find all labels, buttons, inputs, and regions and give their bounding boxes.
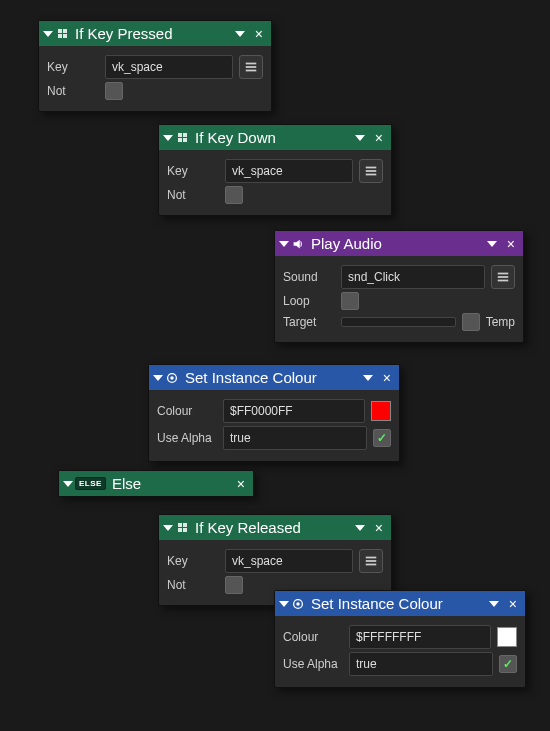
collapse-icon[interactable] bbox=[63, 481, 73, 487]
close-icon[interactable]: × bbox=[235, 477, 247, 491]
use-alpha-checkbox[interactable] bbox=[499, 655, 517, 673]
svg-rect-6 bbox=[498, 273, 509, 275]
key-picker-button[interactable] bbox=[359, 549, 383, 573]
field-label: Key bbox=[47, 60, 99, 74]
key-picker-button[interactable] bbox=[359, 159, 383, 183]
use-alpha-input[interactable]: true bbox=[223, 426, 367, 450]
field-label: Colour bbox=[157, 404, 217, 418]
node-menu-dropdown-icon[interactable] bbox=[355, 525, 365, 531]
key-picker-button[interactable] bbox=[239, 55, 263, 79]
svg-rect-7 bbox=[498, 276, 509, 278]
node-body: Colour $FFFFFFFF Use Alpha true bbox=[275, 616, 525, 687]
node-header[interactable]: If Key Released × bbox=[159, 515, 391, 540]
close-icon[interactable]: × bbox=[381, 371, 393, 385]
field-label: Temp bbox=[486, 315, 515, 329]
node-title: Set Instance Colour bbox=[183, 369, 355, 386]
node-title: Set Instance Colour bbox=[309, 595, 481, 612]
field-label: Not bbox=[47, 84, 99, 98]
temp-checkbox[interactable] bbox=[462, 313, 480, 331]
node-title: Else bbox=[110, 475, 231, 492]
key-input[interactable]: vk_space bbox=[105, 55, 233, 79]
close-icon[interactable]: × bbox=[505, 237, 517, 251]
sound-picker-button[interactable] bbox=[491, 265, 515, 289]
collapse-icon[interactable] bbox=[163, 135, 173, 141]
node-body: Key vk_space Not bbox=[159, 150, 391, 215]
collapse-icon[interactable] bbox=[43, 31, 53, 37]
svg-rect-13 bbox=[366, 564, 377, 566]
collapse-icon[interactable] bbox=[153, 375, 163, 381]
list-icon bbox=[364, 554, 378, 568]
node-body: Key vk_space Not bbox=[39, 46, 271, 111]
svg-rect-8 bbox=[498, 280, 509, 282]
node-title: If Key Down bbox=[193, 129, 347, 146]
list-icon bbox=[496, 270, 510, 284]
sound-input[interactable]: snd_Click bbox=[341, 265, 485, 289]
field-label: Key bbox=[167, 554, 219, 568]
colour-input[interactable]: $FFFFFFFF bbox=[349, 625, 491, 649]
node-header[interactable]: ELSE Else × bbox=[59, 471, 253, 496]
not-checkbox[interactable] bbox=[225, 576, 243, 594]
not-checkbox[interactable] bbox=[105, 82, 123, 100]
node-menu-dropdown-icon[interactable] bbox=[235, 31, 245, 37]
svg-rect-4 bbox=[366, 170, 377, 172]
node-title: If Key Pressed bbox=[73, 25, 227, 42]
field-label: Use Alpha bbox=[157, 431, 217, 445]
node-body: Colour $FF0000FF Use Alpha true bbox=[149, 390, 399, 461]
collapse-icon[interactable] bbox=[163, 525, 173, 531]
svg-rect-2 bbox=[246, 70, 257, 72]
node-if-key-down[interactable]: If Key Down × Key vk_space Not bbox=[158, 124, 392, 216]
field-label: Colour bbox=[283, 630, 343, 644]
collapse-icon[interactable] bbox=[279, 601, 289, 607]
node-title: If Key Released bbox=[193, 519, 347, 536]
loop-checkbox[interactable] bbox=[341, 292, 359, 310]
not-checkbox[interactable] bbox=[225, 186, 243, 204]
node-set-instance-colour[interactable]: Set Instance Colour × Colour $FFFFFFFF U… bbox=[274, 590, 526, 688]
svg-rect-0 bbox=[246, 63, 257, 65]
colour-swatch[interactable] bbox=[497, 627, 517, 647]
field-label: Use Alpha bbox=[283, 657, 343, 671]
field-label: Not bbox=[167, 578, 219, 592]
node-menu-dropdown-icon[interactable] bbox=[355, 135, 365, 141]
node-set-instance-colour[interactable]: Set Instance Colour × Colour $FF0000FF U… bbox=[148, 364, 400, 462]
node-header[interactable]: Play Audio × bbox=[275, 231, 523, 256]
node-header[interactable]: If Key Down × bbox=[159, 125, 391, 150]
svg-rect-3 bbox=[366, 167, 377, 169]
node-title: Play Audio bbox=[309, 235, 479, 252]
node-menu-dropdown-icon[interactable] bbox=[363, 375, 373, 381]
field-label: Key bbox=[167, 164, 219, 178]
node-menu-dropdown-icon[interactable] bbox=[487, 241, 497, 247]
svg-rect-5 bbox=[366, 174, 377, 176]
collapse-icon[interactable] bbox=[279, 241, 289, 247]
key-down-icon bbox=[175, 131, 189, 145]
node-if-key-pressed[interactable]: If Key Pressed × Key vk_space Not bbox=[38, 20, 272, 112]
colour-swatch[interactable] bbox=[371, 401, 391, 421]
instance-icon bbox=[165, 371, 179, 385]
field-label: Not bbox=[167, 188, 219, 202]
close-icon[interactable]: × bbox=[373, 521, 385, 535]
node-menu-dropdown-icon[interactable] bbox=[489, 601, 499, 607]
field-label: Target bbox=[283, 315, 335, 329]
key-pressed-icon bbox=[55, 27, 69, 41]
node-body: Sound snd_Click Loop Target Temp bbox=[275, 256, 523, 342]
svg-rect-11 bbox=[366, 557, 377, 559]
colour-input[interactable]: $FF0000FF bbox=[223, 399, 365, 423]
node-else[interactable]: ELSE Else × bbox=[58, 470, 254, 497]
key-released-icon bbox=[175, 521, 189, 535]
close-icon[interactable]: × bbox=[253, 27, 265, 41]
field-label: Loop bbox=[283, 294, 335, 308]
list-icon bbox=[244, 60, 258, 74]
key-input[interactable]: vk_space bbox=[225, 549, 353, 573]
svg-rect-1 bbox=[246, 66, 257, 68]
key-input[interactable]: vk_space bbox=[225, 159, 353, 183]
node-header[interactable]: Set Instance Colour × bbox=[275, 591, 525, 616]
node-header[interactable]: If Key Pressed × bbox=[39, 21, 271, 46]
svg-rect-12 bbox=[366, 560, 377, 562]
audio-icon bbox=[291, 237, 305, 251]
use-alpha-input[interactable]: true bbox=[349, 652, 493, 676]
use-alpha-checkbox[interactable] bbox=[373, 429, 391, 447]
node-play-audio[interactable]: Play Audio × Sound snd_Click Loop Target… bbox=[274, 230, 524, 343]
close-icon[interactable]: × bbox=[373, 131, 385, 145]
target-input[interactable] bbox=[341, 317, 456, 327]
close-icon[interactable]: × bbox=[507, 597, 519, 611]
node-header[interactable]: Set Instance Colour × bbox=[149, 365, 399, 390]
